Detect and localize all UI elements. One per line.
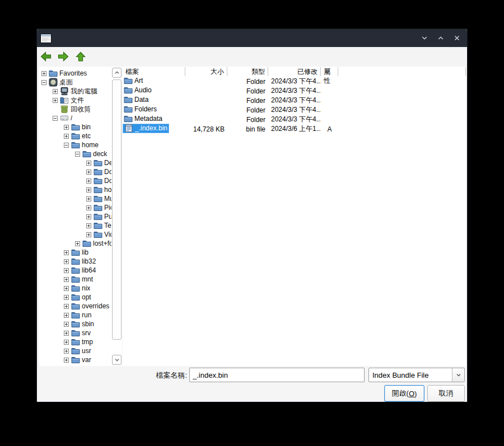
filename-input[interactable]	[189, 368, 365, 382]
tree-scrollbar[interactable]	[112, 68, 122, 365]
tree-item-Doc[interactable]: Doc	[39, 167, 111, 176]
tree-item-Pict[interactable]: Pict	[39, 203, 111, 212]
tree-item-Tem[interactable]: Tem	[39, 221, 111, 230]
file-row-Art[interactable]: Art Folder 2024/3/3 下午4...	[123, 77, 466, 86]
folder-icon	[71, 293, 80, 302]
tree-expand-toggle[interactable]	[63, 125, 70, 130]
tree-expand-toggle[interactable]	[63, 358, 70, 363]
tree-expand-toggle[interactable]	[74, 152, 81, 157]
column-header-name[interactable]: 檔案	[123, 67, 185, 76]
tree-item-Pub[interactable]: Pub	[39, 212, 111, 221]
tree-item-Des[interactable]: Des	[39, 158, 111, 167]
documents-icon	[60, 96, 69, 105]
tree-item-usr[interactable]: usr	[39, 346, 111, 355]
tree-item-var[interactable]: var	[39, 355, 111, 364]
file-name: _.index.bin	[135, 124, 167, 132]
scroll-down-button[interactable]	[112, 355, 122, 365]
tree-item-opt[interactable]: opt	[39, 293, 111, 302]
back-button[interactable]	[39, 50, 53, 63]
tree-expand-toggle[interactable]	[63, 268, 70, 273]
tree-expand-toggle[interactable]	[40, 71, 48, 76]
tree-expand-toggle[interactable]	[63, 304, 70, 309]
column-header-type[interactable]: 類型	[227, 67, 268, 76]
tree-item-overrides[interactable]: overrides	[39, 302, 111, 311]
tree-expand-toggle[interactable]	[63, 277, 70, 282]
tree-item-nix[interactable]: nix	[39, 284, 111, 293]
minimize-button[interactable]	[420, 34, 429, 43]
tree-item-[interactable]: 回收筒	[39, 105, 111, 114]
tree-item-[interactable]: /	[39, 114, 111, 123]
tree-item-deck[interactable]: deck	[39, 149, 111, 158]
tree-item-lib64[interactable]: lib64	[39, 266, 111, 275]
expand-icon	[86, 161, 91, 166]
tree-item-tmp[interactable]: tmp	[39, 337, 111, 346]
file-row-Metadata[interactable]: Metadata Folder 2024/3/3 下午4...	[123, 115, 466, 124]
tree-expand-toggle[interactable]	[63, 322, 70, 327]
filetype-dropdown[interactable]: Index Bundle File	[368, 368, 465, 382]
tree-expand-toggle[interactable]	[85, 223, 92, 228]
tree-item-sbin[interactable]: sbin	[39, 320, 111, 328]
tree-item-etc[interactable]: etc	[39, 132, 111, 140]
tree-expand-toggle[interactable]	[85, 187, 92, 193]
tree-expand-toggle[interactable]	[63, 295, 70, 300]
tree-expand-toggle[interactable]	[85, 170, 92, 175]
tree-item-[interactable]: 文件	[39, 96, 111, 105]
tree-expand-toggle[interactable]	[63, 259, 70, 264]
tree-item-hom[interactable]: hom	[39, 185, 111, 194]
tree-expand-toggle[interactable]	[63, 286, 70, 291]
chevron-down-icon[interactable]	[452, 368, 464, 382]
tree-item-[interactable]: 我的電腦	[39, 87, 111, 96]
tree-item-[interactable]: 桌面	[39, 78, 111, 87]
tree-expand-toggle[interactable]	[63, 349, 70, 354]
column-header-modified[interactable]: 已修改	[268, 67, 321, 76]
file-row-Audio[interactable]: Audio Folder 2024/3/3 下午4...	[123, 86, 466, 96]
tree-item-bin[interactable]: bin	[39, 123, 111, 132]
tree-expand-toggle[interactable]	[85, 232, 92, 237]
tree-expand-toggle[interactable]	[85, 196, 92, 201]
tree-expand-toggle[interactable]	[63, 143, 70, 148]
close-button[interactable]	[452, 34, 461, 43]
file-size: 14,728 KB	[185, 125, 227, 133]
file-row-Folders[interactable]: Folders Folder 2024/3/3 下午4...	[123, 105, 466, 115]
cancel-button[interactable]: 取消	[427, 385, 465, 402]
tree-expand-toggle[interactable]	[85, 205, 92, 210]
file-row-_.index.bin[interactable]: _.index.bin 14,728 KB bin file 2024/3/6 …	[123, 124, 466, 134]
tree-item-home[interactable]: home	[39, 140, 111, 149]
open-button[interactable]: 開啟(O)	[384, 385, 424, 402]
tree-expand-toggle[interactable]	[40, 80, 48, 85]
scrollbar-thumb[interactable]	[112, 79, 122, 340]
folder-icon	[124, 114, 133, 123]
tree-item-Mus[interactable]: Mus	[39, 194, 111, 203]
tree-expand-toggle[interactable]	[63, 340, 70, 345]
column-header-size[interactable]: 大小	[185, 67, 227, 76]
forward-button[interactable]	[57, 50, 70, 63]
tree-expand-toggle[interactable]	[63, 250, 70, 255]
tree-expand-toggle[interactable]	[52, 89, 59, 94]
tree-item-lib32[interactable]: lib32	[39, 257, 111, 266]
tree-expand-toggle[interactable]	[63, 134, 70, 139]
expand-icon	[64, 340, 69, 345]
tree-item-srv[interactable]: srv	[39, 328, 111, 337]
scroll-up-button[interactable]	[112, 68, 122, 78]
up-button[interactable]	[74, 50, 87, 63]
folder-icon	[49, 69, 58, 78]
tree-item-Favorites[interactable]: Favorites	[39, 69, 111, 78]
maximize-button[interactable]	[436, 34, 445, 43]
tree-item-run[interactable]: run	[39, 311, 111, 320]
tree-item-lib[interactable]: lib	[39, 248, 111, 257]
tree-expand-toggle[interactable]	[85, 214, 92, 219]
tree-expand-toggle[interactable]	[85, 179, 92, 184]
column-header-attributes[interactable]: 屬性	[321, 67, 338, 76]
tree-item-mnt[interactable]: mnt	[39, 275, 111, 284]
tree-expand-toggle[interactable]	[85, 161, 92, 166]
tree-item-lost+fo[interactable]: lost+fo	[39, 239, 111, 248]
file-row-Data[interactable]: Data Folder 2024/3/3 下午4...	[123, 96, 466, 105]
tree-item-Vide[interactable]: Vide	[39, 230, 111, 239]
tree-expand-toggle[interactable]	[74, 241, 81, 246]
tree-item-Dow[interactable]: Dow	[39, 176, 111, 185]
tree-expand-toggle[interactable]	[52, 116, 59, 121]
tree-expand-toggle[interactable]	[63, 331, 70, 336]
file-name: Folders	[134, 105, 157, 113]
tree-expand-toggle[interactable]	[63, 313, 70, 318]
tree-expand-toggle[interactable]	[52, 98, 59, 103]
